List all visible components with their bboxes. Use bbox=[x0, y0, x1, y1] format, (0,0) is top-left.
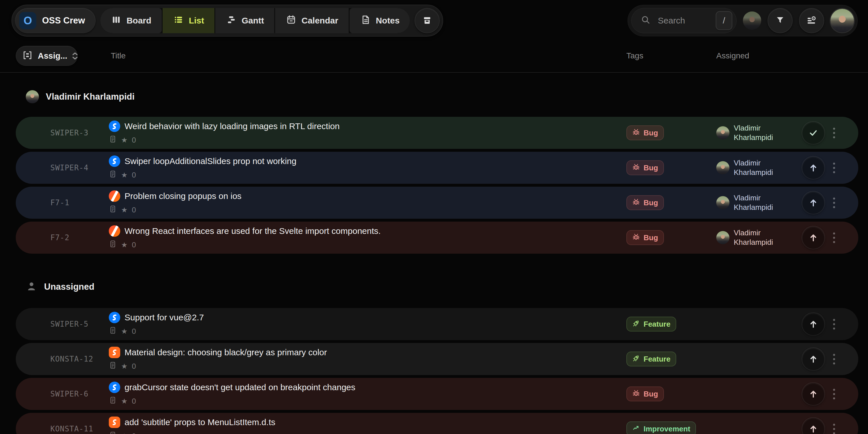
column-header-row: Assig... Title Tags Assigned bbox=[0, 39, 868, 73]
description-icon bbox=[109, 135, 117, 145]
user-avatar-small[interactable] bbox=[743, 11, 761, 30]
tag-badge[interactable]: Bug bbox=[626, 386, 664, 401]
description-icon bbox=[109, 205, 117, 215]
workspace-button[interactable]: O OSS Crew bbox=[15, 8, 96, 33]
group-by-label: Assig... bbox=[38, 51, 67, 61]
assigned-cell[interactable]: Vladimir Kharlampidi bbox=[716, 193, 802, 212]
tag-badge[interactable]: Bug bbox=[626, 195, 664, 210]
task-list: Vladimir Kharlampidi SWIPER-3 Weird beha… bbox=[0, 89, 868, 434]
star-icon: ★ bbox=[121, 136, 127, 144]
swiper-project-icon bbox=[109, 155, 120, 167]
star-count: 0 bbox=[132, 206, 136, 214]
group-avatar bbox=[26, 90, 39, 103]
move-up-button[interactable] bbox=[802, 191, 825, 214]
table-row[interactable]: KONSTA-11 add 'subtitle' props to MenuLi… bbox=[16, 413, 858, 434]
row-menu-icon[interactable] bbox=[833, 128, 835, 138]
task-title[interactable]: Weird behavior with lazy loading images … bbox=[125, 121, 340, 131]
gantt-icon bbox=[225, 14, 237, 28]
star-icon: ★ bbox=[121, 327, 127, 336]
tab-notes[interactable]: Notes bbox=[349, 8, 410, 33]
table-row[interactable]: SWIPER-3 Weird behavior with lazy loadin… bbox=[16, 117, 858, 149]
column-header-assigned[interactable]: Assigned bbox=[716, 51, 802, 60]
table-row[interactable]: F7-2 Wrong React interfaces are used for… bbox=[16, 222, 858, 254]
table-row[interactable]: F7-1 Problem closing popups on ios ★ 0 B… bbox=[16, 187, 858, 219]
star-count: 0 bbox=[132, 432, 136, 434]
filter-icon bbox=[774, 14, 786, 27]
description-icon bbox=[109, 170, 117, 180]
move-up-button[interactable] bbox=[802, 383, 825, 405]
nav-group: O OSS Crew BoardListGanttCalendarNotes bbox=[11, 5, 443, 37]
filter-button[interactable] bbox=[768, 8, 793, 33]
table-row[interactable]: KONSTA-12 Material design: choosing blac… bbox=[16, 343, 858, 375]
task-main-cell: Support for vue@2.7 ★ 0 bbox=[109, 312, 626, 336]
task-title[interactable]: Wrong React interfaces are used for the … bbox=[125, 226, 381, 236]
move-up-button[interactable] bbox=[802, 348, 825, 370]
assigned-cell[interactable]: Vladimir Kharlampidi bbox=[716, 228, 802, 247]
row-menu-icon[interactable] bbox=[833, 232, 835, 243]
tab-list[interactable]: List bbox=[163, 8, 214, 33]
star-icon: ★ bbox=[121, 171, 127, 179]
star-icon: ★ bbox=[121, 397, 127, 405]
search-placeholder: Search bbox=[658, 16, 685, 26]
description-icon bbox=[109, 396, 117, 406]
complete-button[interactable] bbox=[802, 122, 825, 144]
person-icon bbox=[26, 281, 37, 293]
task-title[interactable]: Material design: choosing black/grey as … bbox=[125, 347, 327, 357]
move-up-button[interactable] bbox=[802, 226, 825, 249]
row-menu-icon[interactable] bbox=[833, 163, 835, 173]
bug-icon bbox=[632, 389, 640, 399]
task-main-cell: Material design: choosing black/grey as … bbox=[109, 347, 626, 371]
table-row[interactable]: SWIPER-6 grabCursor state doesn't get up… bbox=[16, 378, 858, 410]
star-icon: ★ bbox=[121, 432, 127, 434]
column-header-tags[interactable]: Tags bbox=[626, 51, 716, 60]
task-main-cell: Swiper loopAdditionalSlides prop not wor… bbox=[109, 155, 626, 180]
row-menu-icon[interactable] bbox=[833, 319, 835, 330]
swiper-project-icon bbox=[109, 312, 120, 323]
task-title[interactable]: Problem closing popups on ios bbox=[125, 191, 242, 201]
tag-badge[interactable]: Bug bbox=[626, 230, 664, 245]
archive-icon bbox=[422, 14, 433, 27]
tag-badge[interactable]: Feature bbox=[626, 351, 676, 366]
column-header-title[interactable]: Title bbox=[111, 51, 626, 60]
assigned-cell[interactable]: Vladimir Kharlampidi bbox=[716, 158, 802, 177]
task-title[interactable]: grabCursor state doesn't get updated on … bbox=[125, 382, 355, 392]
task-title[interactable]: add 'subtitle' props to MenuListItem.d.t… bbox=[125, 417, 275, 427]
row-menu-icon[interactable] bbox=[833, 424, 835, 434]
task-id: SWIPER-5 bbox=[16, 320, 109, 328]
assignee-name: Vladimir Kharlampidi bbox=[734, 193, 785, 212]
notes-icon bbox=[360, 14, 371, 28]
assignee-name: Vladimir Kharlampidi bbox=[734, 228, 785, 247]
row-menu-icon[interactable] bbox=[833, 389, 835, 399]
search-input[interactable]: Search / bbox=[631, 8, 737, 33]
view-settings-button[interactable] bbox=[799, 8, 824, 33]
row-menu-icon[interactable] bbox=[833, 197, 835, 208]
tab-calendar[interactable]: Calendar bbox=[275, 8, 348, 33]
move-up-button[interactable] bbox=[802, 418, 825, 434]
tag-badge[interactable]: Improvement bbox=[626, 422, 696, 434]
row-menu-icon[interactable] bbox=[833, 354, 835, 365]
bug-icon bbox=[632, 163, 640, 173]
tag-badge[interactable]: Feature bbox=[626, 317, 676, 332]
group-header[interactable]: Unassigned bbox=[0, 279, 868, 295]
search-shortcut-key: / bbox=[716, 11, 732, 30]
task-id: SWIPER-4 bbox=[16, 163, 109, 172]
table-row[interactable]: SWIPER-5 Support for vue@2.7 ★ 0 Feature bbox=[16, 308, 858, 340]
rocket-icon bbox=[632, 319, 640, 329]
archive-button[interactable] bbox=[414, 8, 440, 33]
group-by-selector[interactable]: Assig... bbox=[16, 46, 78, 66]
swiper-project-icon bbox=[109, 382, 120, 393]
move-up-button[interactable] bbox=[802, 313, 825, 335]
tab-gantt[interactable]: Gantt bbox=[215, 8, 274, 33]
move-up-button[interactable] bbox=[802, 157, 825, 179]
description-icon bbox=[109, 240, 117, 250]
group-header[interactable]: Vladimir Kharlampidi bbox=[0, 89, 868, 105]
tag-badge[interactable]: Bug bbox=[626, 160, 664, 175]
user-avatar-large[interactable] bbox=[831, 9, 854, 32]
tag-badge[interactable]: Bug bbox=[626, 125, 664, 140]
tab-board[interactable]: Board bbox=[100, 8, 162, 33]
tag-label: Bug bbox=[644, 198, 658, 207]
table-row[interactable]: SWIPER-4 Swiper loopAdditionalSlides pro… bbox=[16, 152, 858, 184]
assigned-cell[interactable]: Vladimir Kharlampidi bbox=[716, 123, 802, 142]
task-title[interactable]: Swiper loopAdditionalSlides prop not wor… bbox=[125, 156, 296, 166]
task-title[interactable]: Support for vue@2.7 bbox=[125, 313, 204, 322]
